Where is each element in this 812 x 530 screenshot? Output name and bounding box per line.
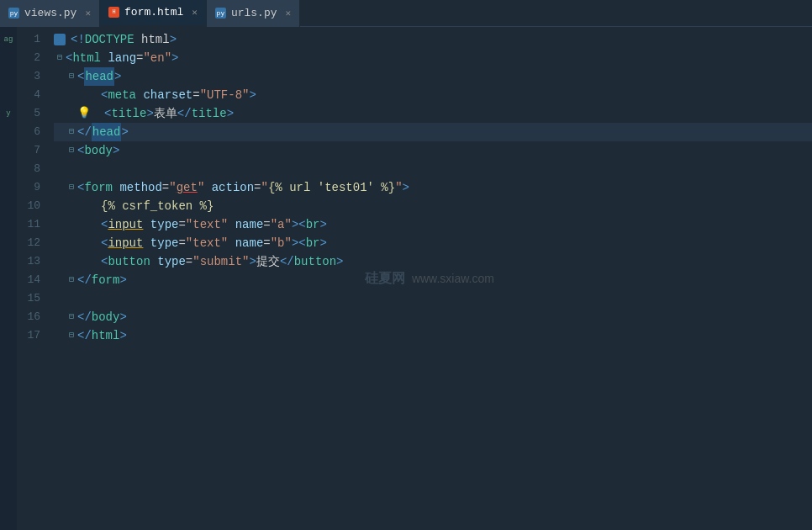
eq3: =: [162, 178, 169, 197]
tab-urls-label: urls.py: [231, 7, 277, 19]
line-num-5: 5: [17, 104, 40, 123]
code-line-9: ⊟ <form method="get" action="{% url 'tes…: [54, 178, 812, 197]
template-tag: {% url 'test01' %}: [268, 178, 395, 197]
collapse-14[interactable]: ⊟: [66, 271, 77, 289]
code-line-17: ⊟ </html>: [54, 326, 812, 345]
html-open: <: [66, 49, 72, 67]
code-line-14: ⊟ </form>: [54, 271, 812, 289]
code-line-6: ⊟ </head>: [54, 123, 812, 141]
input2-space1: [143, 234, 150, 252]
body-open-b: <: [77, 141, 84, 160]
line-num-14: 14: [17, 271, 40, 289]
title-final: >: [227, 104, 234, 123]
br1-open: <: [298, 215, 305, 234]
title-close: </: [177, 104, 192, 123]
collapse-17[interactable]: ⊟: [66, 326, 77, 345]
eq1: =: [136, 49, 143, 67]
input1-open: <: [101, 215, 108, 234]
body-end-open: </: [77, 308, 92, 326]
code-line-12: <input type="text" name="b"><br>: [54, 234, 812, 252]
eq2: =: [192, 86, 199, 104]
type1-attr: type: [150, 215, 179, 234]
title-tag: title: [111, 104, 146, 123]
line-8-empty: [54, 160, 61, 178]
tab-views[interactable]: py views.py ✕: [0, 0, 100, 27]
type2-attr: type: [150, 234, 179, 252]
input2-tag: input: [108, 234, 143, 252]
eq8: =: [263, 234, 270, 252]
name2-val: "b": [271, 234, 292, 252]
editor-container: ag y 1 2 3 4 5 6 7 8 9 10 11 12 13 14 15…: [0, 27, 812, 530]
name1-val: "a": [271, 215, 292, 234]
head-close-final: >: [121, 123, 128, 141]
head-close-b: >: [114, 67, 121, 86]
html-close-b: >: [171, 49, 178, 67]
collapse-7[interactable]: ⊟: [66, 141, 77, 160]
lang-attr: lang: [108, 49, 136, 67]
gutter-item-2: y: [0, 104, 17, 123]
line-num-4: 4: [17, 86, 40, 104]
br1-close: >: [320, 215, 327, 234]
meta-open: <: [101, 86, 108, 104]
action-val: ": [261, 178, 268, 197]
tab-views-close[interactable]: ✕: [85, 8, 91, 19]
collapse-9[interactable]: ⊟: [66, 178, 77, 197]
head-open-b: <: [77, 67, 84, 86]
form-open-b: <: [77, 178, 84, 197]
line-num-13: 13: [17, 252, 40, 271]
lang-val: "en": [143, 49, 171, 67]
button-type-attr: type: [157, 252, 186, 271]
title-text: 表单: [154, 104, 177, 123]
tab-urls-close[interactable]: ✕: [286, 8, 292, 19]
input1-tag: input: [108, 215, 143, 234]
line-num-11: 11: [17, 215, 40, 234]
tab-form[interactable]: H form.html ✕: [100, 0, 207, 27]
doctype-html: html: [134, 30, 170, 49]
button-end-close: >: [336, 252, 343, 271]
html-end-close: >: [119, 326, 126, 345]
button-text: 提交: [256, 252, 280, 271]
form-space1: [113, 178, 119, 197]
form-end-open: </: [77, 271, 92, 289]
eq6: =: [263, 215, 270, 234]
collapse-2[interactable]: ⊟: [54, 49, 66, 67]
code-area[interactable]: 硅夏网 www.sxiaw.com <!DOCTYPE html> ⊟ <htm…: [47, 27, 812, 530]
html-end-tag: html: [92, 326, 120, 345]
action-attr: action: [212, 178, 254, 197]
line-num-12: 12: [17, 234, 40, 252]
meta-tag: meta: [108, 86, 136, 104]
br2-open: <: [298, 234, 305, 252]
line-num-2: 2: [17, 49, 40, 67]
collapse-3[interactable]: ⊟: [66, 67, 77, 86]
code-line-7: ⊟ <body>: [54, 141, 812, 160]
collapse-6[interactable]: ⊟: [66, 123, 77, 141]
action-val-close: ": [395, 178, 402, 197]
br1-tag: br: [306, 215, 320, 234]
code-line-16: ⊟ </body>: [54, 308, 812, 326]
html-tag: html: [72, 49, 101, 67]
name1-attr: name: [235, 215, 264, 234]
title-tag-close: title: [192, 104, 227, 123]
tab-form-close[interactable]: ✕: [192, 7, 198, 18]
input2-close: >: [292, 234, 298, 252]
python-marker-1: [54, 34, 66, 45]
tab-views-label: views.py: [24, 7, 76, 19]
html-end-open: </: [77, 326, 92, 345]
br2-tag: br: [306, 234, 320, 252]
title-open-close: >: [146, 104, 153, 123]
body-end-close: >: [119, 308, 126, 326]
form-tag: form: [84, 178, 113, 197]
input1-close: >: [292, 215, 298, 234]
meta-space: [136, 86, 143, 104]
line-num-16: 16: [17, 308, 40, 326]
line-num-3: 3: [17, 67, 40, 86]
button-end-tag: button: [294, 252, 336, 271]
line-num-17: 17: [17, 326, 40, 345]
charset-attr: charset: [143, 86, 192, 104]
tab-urls[interactable]: py urls.py ✕: [207, 0, 300, 27]
form-space2: [204, 178, 211, 197]
csrf-token: {% csrf_token %}: [101, 197, 214, 215]
meta-close: >: [249, 86, 256, 104]
tab-bar: py views.py ✕ H form.html ✕ py urls.py ✕: [0, 0, 812, 27]
collapse-16[interactable]: ⊟: [66, 308, 77, 326]
